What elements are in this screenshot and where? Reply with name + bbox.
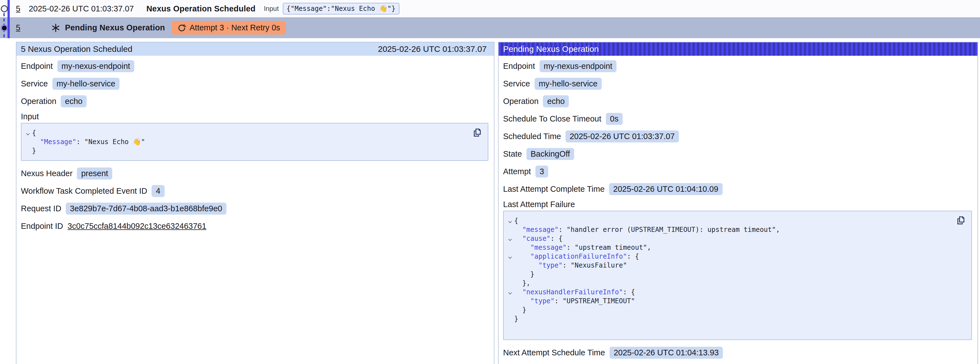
field-value-badge: my-hello-service — [52, 78, 119, 90]
field-endpoint: Endpoint my-nexus-endpoint — [21, 57, 488, 75]
field-label: Endpoint ID — [21, 222, 63, 231]
collapse-chevron-icon[interactable] — [506, 252, 514, 261]
field-attempt: Attempt 3 — [503, 163, 972, 180]
field-label: Scheduled Time — [503, 132, 561, 141]
endpoint-id-link[interactable]: 3c0c75ccfa8144b092c13ce632463761 — [68, 222, 207, 231]
field-value-badge: echo — [61, 95, 87, 107]
field-value-badge: 4 — [151, 185, 164, 197]
field-value-badge: 3e829b7e-7d67-4b08-aad3-b1e868bfe9e0 — [66, 203, 226, 215]
field-label: Operation — [21, 97, 56, 106]
field-value-badge: 2025-02-26 UTC 01:03:37.07 — [565, 131, 679, 142]
field-scheduled-time: Scheduled Time 2025-02-26 UTC 01:03:37.0… — [503, 128, 972, 145]
event-title: Nexus Operation Scheduled — [146, 4, 255, 13]
pending-operation-detail-panel: Pending Nexus Operation Endpoint my-nexu… — [498, 42, 978, 364]
field-label: Service — [503, 79, 530, 88]
field-value-badge: 2025-02-26 UTC 01:04:10.09 — [609, 183, 722, 195]
field-label: Endpoint — [503, 62, 535, 71]
input-section-label: Input — [21, 110, 488, 123]
copy-icon[interactable] — [956, 215, 966, 225]
graph-node-pending — [1, 24, 8, 32]
field-label: Nexus Header — [21, 169, 72, 178]
field-last-attempt-complete-time: Last Attempt Complete Time 2025-02-26 UT… — [503, 180, 972, 198]
retry-attempt-badge: Attempt 3 · Next Retry 0s — [172, 21, 286, 35]
field-label: Workflow Task Completed Event ID — [21, 187, 147, 196]
pending-panel-header: Pending Nexus Operation — [499, 42, 977, 56]
scheduled-panel-title: 5 Nexus Operation Scheduled — [21, 44, 132, 54]
field-operation: Operation echo — [21, 93, 488, 110]
event-history-view: 5 2025-02-26 UTC 01:03:37.07 Nexus Opera… — [0, 0, 980, 364]
event-row-nexus-operation-scheduled[interactable]: 5 2025-02-26 UTC 01:03:37.07 Nexus Opera… — [0, 0, 980, 17]
field-value-badge: echo — [543, 95, 569, 107]
failure-json-block: { "message": "handler error (UPSTREAM_TI… — [503, 211, 972, 340]
field-label: State — [503, 149, 522, 159]
field-value-badge: my-nexus-endpoint — [57, 60, 135, 72]
graph-node-scheduled — [1, 5, 8, 12]
field-value-badge: my-hello-service — [535, 78, 602, 90]
last-attempt-failure-label: Last Attempt Failure — [503, 198, 972, 211]
collapse-chevron-icon[interactable] — [506, 216, 514, 225]
field-label: Request ID — [21, 204, 61, 213]
field-value-badge: my-nexus-endpoint — [539, 60, 617, 72]
field-value-badge: 0s — [606, 113, 623, 125]
field-label: Endpoint — [21, 62, 53, 71]
field-value-badge: BackingOff — [527, 148, 574, 160]
event-graph-rail — [0, 0, 13, 38]
graph-active-span-bar — [8, 0, 10, 38]
collapse-chevron-icon[interactable] — [506, 234, 514, 243]
field-workflow-task-completed-event-id: Workflow Task Completed Event ID 4 — [21, 182, 488, 200]
field-endpoint: Endpoint my-nexus-endpoint — [503, 57, 972, 75]
pending-panel-title: Pending Nexus Operation — [503, 44, 599, 54]
event-input-label: Input — [264, 5, 278, 13]
retry-badge-label: Attempt 3 · Next Retry 0s — [189, 23, 280, 32]
field-value-badge: present — [77, 168, 112, 179]
field-label: Next Attempt Schedule Time — [503, 348, 605, 357]
scheduled-event-detail-panel: 5 Nexus Operation Scheduled 2025-02-26 U… — [16, 42, 495, 364]
field-next-attempt-schedule-time: Next Attempt Schedule Time 2025-02-26 UT… — [503, 344, 972, 361]
field-value-badge: 2025-02-26 UTC 01:04:13.93 — [609, 347, 723, 359]
retry-icon — [177, 23, 186, 32]
event-input-preview-badge[interactable]: {"Message":"Nexus Echo 👋"} — [283, 3, 399, 14]
event-id-link[interactable]: 5 — [16, 23, 20, 32]
pending-asterisk-icon — [51, 23, 60, 33]
graph-dashed-connector — [3, 8, 5, 38]
scheduled-panel-timestamp: 2025-02-26 UTC 01:03:37.07 — [378, 44, 487, 54]
event-timestamp: 2025-02-26 UTC 01:03:37.07 — [29, 4, 134, 13]
scheduled-panel-header: 5 Nexus Operation Scheduled 2025-02-26 U… — [16, 42, 494, 56]
field-label: Schedule To Close Timeout — [503, 114, 601, 123]
field-service: Service my-hello-service — [21, 75, 488, 93]
field-label: Attempt — [503, 167, 531, 176]
field-label: Service — [21, 79, 48, 88]
field-value-badge: 3 — [535, 166, 548, 177]
input-json-block: { "Message": "Nexus Echo 👋"} — [21, 123, 488, 161]
event-title: Pending Nexus Operation — [65, 23, 165, 32]
field-label: Last Attempt Complete Time — [503, 185, 605, 194]
event-row-pending-nexus-operation[interactable]: 5 Pending Nexus Operation Attempt 3 · Ne… — [0, 17, 980, 38]
collapse-chevron-icon[interactable] — [24, 128, 32, 137]
field-endpoint-id: Endpoint ID 3c0c75ccfa8144b092c13ce63246… — [21, 217, 488, 235]
field-schedule-to-close-timeout: Schedule To Close Timeout 0s — [503, 110, 972, 128]
field-service: Service my-hello-service — [503, 75, 972, 93]
field-request-id: Request ID 3e829b7e-7d67-4b08-aad3-b1e86… — [21, 200, 488, 217]
field-operation: Operation echo — [503, 93, 972, 110]
event-id-link[interactable]: 5 — [16, 4, 20, 13]
field-label: Operation — [503, 97, 538, 106]
collapse-chevron-icon[interactable] — [506, 287, 514, 297]
copy-icon[interactable] — [472, 128, 482, 137]
field-nexus-header: Nexus Header present — [21, 165, 488, 182]
field-state: State BackingOff — [503, 145, 972, 163]
